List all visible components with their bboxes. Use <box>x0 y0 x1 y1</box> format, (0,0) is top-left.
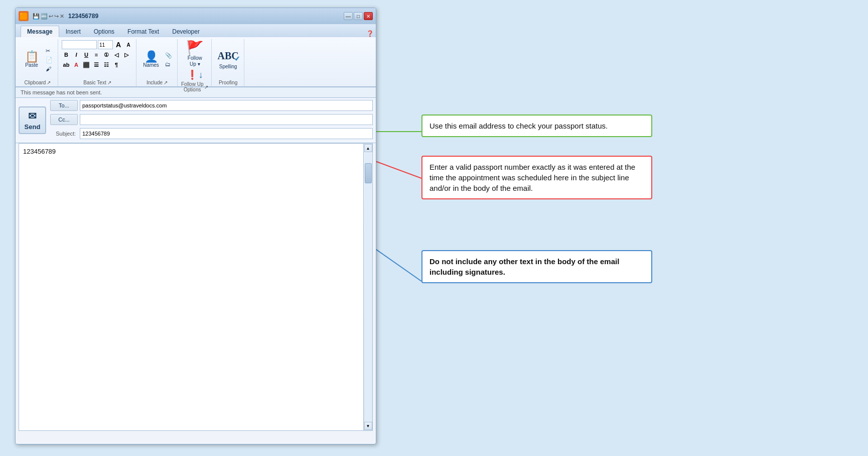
svg-line-2 <box>371 160 421 178</box>
follow-up-expand-icon[interactable]: ↗ <box>204 84 208 90</box>
numbering-button[interactable]: ① <box>102 50 111 59</box>
bold-button[interactable]: B <box>62 50 71 59</box>
red-callout-text: Enter a valid passport number exactly as… <box>429 163 635 192</box>
body-content: 123456789 <box>23 148 56 155</box>
attach-item-button[interactable]: 🗂 <box>163 60 174 68</box>
highlight-button[interactable]: ab <box>62 60 71 69</box>
scroll-down-button[interactable]: ▼ <box>364 422 372 430</box>
underline-button[interactable]: U <box>82 50 91 59</box>
tab-insert[interactable]: Insert <box>59 26 87 37</box>
minimize-button[interactable]: — <box>344 12 353 20</box>
to-input[interactable] <box>80 100 373 111</box>
ribbon-tabs: Message Insert Options Format Text Devel… <box>16 24 376 37</box>
scrollbar[interactable]: ▲ ▼ <box>363 144 372 430</box>
font-color-button[interactable]: A <box>72 60 81 69</box>
basic-text-group: 11 A A B I U ≡ ① ◁ ▷ ab <box>59 39 136 86</box>
flag-icon: 🚩 <box>186 41 204 55</box>
cc-button[interactable]: Cc... <box>50 114 78 125</box>
svg-line-3 <box>371 246 421 281</box>
follow-up-group: 🚩 FollowUp ▾ ❗ ↓ Follow Up Options ↗ <box>178 39 212 86</box>
proofing-label: Proofing <box>219 80 237 85</box>
email-header-form: ✉ Send To... Cc... Subject: <box>16 98 376 143</box>
clipboard-group: 📋 Paste ✂ 📄 🖌 Clipboard ↗ <box>18 39 58 86</box>
green-callout: Use this email address to check your pas… <box>421 115 652 137</box>
scroll-up-button[interactable]: ▲ <box>364 144 372 152</box>
cc-input[interactable] <box>80 114 373 125</box>
message-status-text: This message has not been sent. <box>21 89 102 95</box>
green-callout-text: Use this email address to check your pas… <box>429 122 608 130</box>
help-icon[interactable]: ❓ <box>366 30 374 37</box>
proofing-group: ABC ✓ Spelling Proofing <box>212 39 244 86</box>
subject-label: Subject: <box>50 131 78 137</box>
paste-button[interactable]: 📋 Paste <box>21 50 43 69</box>
names-button[interactable]: 👤 Names <box>140 50 162 69</box>
restore-button[interactable]: □ <box>354 12 363 20</box>
tab-options[interactable]: Options <box>87 26 121 37</box>
clipboard-label: Clipboard <box>25 80 46 85</box>
align-center-button[interactable]: ☰ <box>92 60 101 69</box>
basic-text-label: Basic Text <box>83 80 106 85</box>
follow-up-button[interactable]: 🚩 FollowUp ▾ <box>183 40 207 68</box>
to-button[interactable]: To... <box>50 100 78 111</box>
cc-row: Cc... <box>50 114 373 125</box>
format-painter-button[interactable]: 🖌 <box>44 65 55 73</box>
send-button[interactable]: ✉ Send <box>19 106 46 134</box>
follow-up-label: Follow Up Options <box>181 81 203 92</box>
increase-indent-button[interactable]: ▷ <box>122 50 131 59</box>
close-button[interactable]: ✕ <box>364 12 373 20</box>
to-row: To... <box>50 100 373 111</box>
window-controls: — □ ✕ <box>344 12 373 20</box>
align-left-button[interactable]: ⬛ <box>82 60 91 69</box>
attach-file-button[interactable]: 📎 <box>163 51 174 60</box>
include-label: Include <box>147 80 163 85</box>
increase-font-button[interactable]: A <box>114 40 123 49</box>
bullets-button[interactable]: ≡ <box>92 50 101 59</box>
red-callout: Enter a valid passport number exactly as… <box>421 156 652 199</box>
email-body-area[interactable]: 123456789 ▲ ▼ <box>19 143 373 431</box>
blue-callout-text: Do not include any other text in the bod… <box>429 257 619 276</box>
italic-button[interactable]: I <box>72 50 81 59</box>
subject-input[interactable] <box>80 128 373 139</box>
blue-callout: Do not include any other text in the bod… <box>421 250 652 283</box>
scroll-thumb[interactable] <box>365 163 372 183</box>
paragraph-button[interactable]: ¶ <box>112 60 121 69</box>
font-size-input[interactable]: 11 <box>98 40 113 49</box>
basic-text-expand-icon[interactable]: ↗ <box>107 80 111 85</box>
exclamation-icon: ❗ <box>187 69 198 80</box>
include-group: 👤 Names 📎 🗂 Include ↗ <box>137 39 178 86</box>
clipboard-expand-icon[interactable]: ↗ <box>47 80 51 85</box>
copy-button[interactable]: 📄 <box>44 56 55 64</box>
include-expand-icon[interactable]: ↗ <box>164 80 168 85</box>
send-label: Send <box>25 123 41 131</box>
cut-button[interactable]: ✂ <box>44 47 55 55</box>
app-icon: 🟧 <box>19 11 29 21</box>
title-bar: 🟧 💾 🔤 ↩ ↪ ✕ 123456789 — □ ✕ <box>16 8 376 24</box>
outlook-window: 🟧 💾 🔤 ↩ ↪ ✕ 123456789 — □ ✕ Message Inse… <box>15 8 376 444</box>
spell-check-icon: ✓ <box>234 55 240 63</box>
scroll-track[interactable] <box>365 153 372 429</box>
send-icon: ✉ <box>28 110 37 122</box>
subject-row: Subject: <box>50 128 373 139</box>
tab-developer[interactable]: Developer <box>166 26 206 37</box>
decrease-indent-button[interactable]: ◁ <box>112 50 121 59</box>
tab-format-text[interactable]: Format Text <box>121 26 166 37</box>
arrow-down-icon: ↓ <box>199 70 203 80</box>
font-name-input[interactable] <box>62 40 97 49</box>
ribbon: 📋 Paste ✂ 📄 🖌 Clipboard ↗ <box>16 37 376 87</box>
window-title: 123456789 <box>68 13 342 20</box>
tab-message[interactable]: Message <box>21 26 59 37</box>
spelling-button[interactable]: ABC ✓ Spelling <box>215 49 240 70</box>
align-right-button[interactable]: ☷ <box>102 60 111 69</box>
decrease-font-button[interactable]: A <box>124 40 133 49</box>
email-body-text[interactable]: 123456789 <box>19 144 372 159</box>
